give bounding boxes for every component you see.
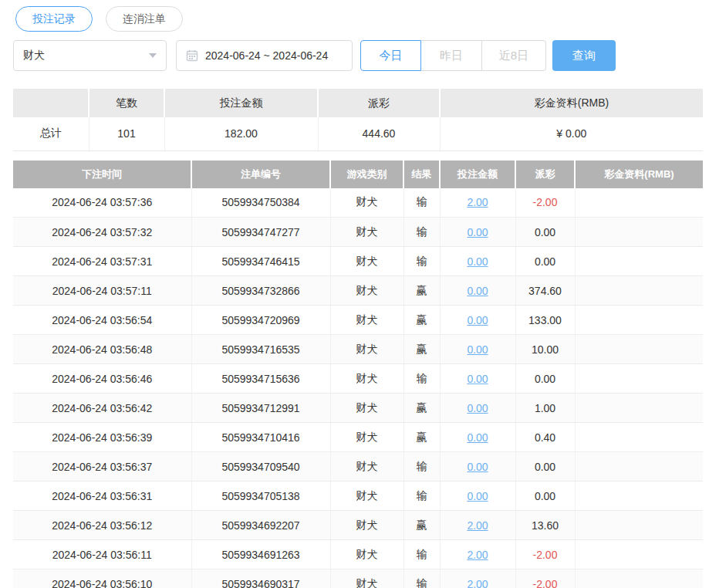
today-button[interactable]: 今日 <box>360 40 421 71</box>
payout-cell: -2.00 <box>515 540 575 569</box>
bet-amount-link[interactable]: 0.00 <box>467 431 488 444</box>
bet-amount-link[interactable]: 0.00 <box>467 461 488 473</box>
last-8-days-button[interactable]: 近8日 <box>482 40 546 71</box>
bet-amount-link[interactable]: 2.00 <box>467 519 488 532</box>
order-number-cell: 5059934720969 <box>191 306 330 335</box>
bet-amount-cell: 0.00 <box>440 364 515 394</box>
order-number-cell: 5059934747277 <box>191 218 330 247</box>
result-cell: 输 <box>403 540 440 569</box>
game-type-cell: 财犬 <box>330 569 403 588</box>
bet-time-cell: 2024-06-24 03:56:48 <box>13 335 191 364</box>
table-row: 2024-06-24 03:56:42 5059934712991 财犬 赢 0… <box>13 394 703 423</box>
chevron-down-icon <box>149 53 157 58</box>
tab-cancelled-orders-label: 连消注单 <box>123 12 166 26</box>
game-type-cell: 财犬 <box>330 335 403 364</box>
tab-cancelled-orders[interactable]: 连消注单 <box>106 6 183 32</box>
game-select-value: 财犬 <box>23 49 45 63</box>
table-row: 2024-06-24 03:56:39 5059934710416 财犬 赢 0… <box>13 423 703 452</box>
header-order-number: 注单编号 <box>191 161 330 188</box>
game-type-cell: 财犬 <box>330 306 403 335</box>
summary-total-row: 总计 101 182.00 444.60 ¥ 0.00 <box>13 117 703 150</box>
order-number-cell: 5059934709540 <box>191 452 330 482</box>
date-range-picker[interactable]: 2024-06-24 ~ 2024-06-24 <box>176 40 353 71</box>
query-button[interactable]: 查询 <box>552 40 616 71</box>
game-type-cell: 财犬 <box>330 188 403 218</box>
payout-cell: 1.00 <box>515 394 575 423</box>
game-type-cell: 财犬 <box>330 218 403 247</box>
payout-cell: -2.00 <box>515 188 575 218</box>
yesterday-button[interactable]: 昨日 <box>421 40 482 71</box>
result-cell: 输 <box>403 188 440 218</box>
bet-time-cell: 2024-06-24 03:56:42 <box>13 394 191 423</box>
bet-amount-link[interactable]: 2.00 <box>467 578 488 588</box>
bet-amount-cell: 2.00 <box>440 188 515 218</box>
summary-header-payout: 派彩 <box>318 89 440 117</box>
bet-amount-cell: 0.00 <box>440 276 515 306</box>
bet-time-cell: 2024-06-24 03:56:46 <box>13 364 191 394</box>
result-cell: 输 <box>403 482 440 511</box>
payout-cell: -2.00 <box>515 569 575 588</box>
result-cell: 输 <box>403 569 440 588</box>
table-row: 2024-06-24 03:56:12 5059934692207 财犬 赢 2… <box>13 511 703 540</box>
header-game-type: 游戏类别 <box>330 161 403 188</box>
bet-amount-link[interactable]: 0.00 <box>467 314 488 326</box>
order-number-cell: 5059934691263 <box>191 540 330 569</box>
bet-amount-link[interactable]: 0.00 <box>467 226 488 238</box>
bet-time-cell: 2024-06-24 03:56:11 <box>13 540 191 569</box>
bet-time-cell: 2024-06-24 03:56:10 <box>13 569 191 588</box>
bet-amount-link[interactable]: 2.00 <box>467 196 488 208</box>
table-row: 2024-06-24 03:56:31 5059934705138 财犬 输 0… <box>13 482 703 511</box>
bet-amount-link[interactable]: 0.00 <box>467 490 488 502</box>
result-cell: 赢 <box>403 306 440 335</box>
game-type-cell: 财犬 <box>330 511 403 540</box>
bet-amount-link[interactable]: 0.00 <box>467 343 488 356</box>
bonus-cell <box>575 511 703 540</box>
summary-header-blank <box>13 89 89 117</box>
header-bet-amount: 投注金额 <box>440 161 515 188</box>
bonus-cell <box>575 452 703 482</box>
table-row: 2024-06-24 03:56:37 5059934709540 财犬 输 0… <box>13 452 703 482</box>
bonus-cell <box>575 364 703 394</box>
bet-amount-cell: 0.00 <box>440 218 515 247</box>
table-row: 2024-06-24 03:57:31 5059934746415 财犬 输 0… <box>13 247 703 276</box>
summary-header-bonus: 彩金资料(RMB) <box>440 89 703 117</box>
payout-cell: 133.00 <box>515 306 575 335</box>
bet-amount-cell: 0.00 <box>440 335 515 364</box>
header-result: 结果 <box>403 161 440 188</box>
order-number-cell: 5059934750384 <box>191 188 330 218</box>
bet-amount-cell: 0.00 <box>440 482 515 511</box>
summary-total-bet-amount: 182.00 <box>164 117 318 150</box>
result-cell: 输 <box>403 364 440 394</box>
bet-amount-link[interactable]: 2.00 <box>467 549 488 561</box>
bet-amount-link[interactable]: 0.00 <box>467 255 488 268</box>
bonus-cell <box>575 218 703 247</box>
tab-betting-records[interactable]: 投注记录 <box>15 6 93 32</box>
game-type-cell: 财犬 <box>330 394 403 423</box>
payout-cell: 0.00 <box>515 218 575 247</box>
bonus-cell <box>575 540 703 569</box>
records-table: 下注时间 注单编号 游戏类别 结果 投注金额 派彩 彩金资料(RMB) 2024… <box>13 161 703 588</box>
result-cell: 赢 <box>403 394 440 423</box>
bonus-cell <box>575 335 703 364</box>
bonus-cell <box>575 276 703 306</box>
result-cell: 赢 <box>403 276 440 306</box>
game-type-cell: 财犬 <box>330 482 403 511</box>
order-number-cell: 5059934690317 <box>191 569 330 588</box>
records-header-row: 下注时间 注单编号 游戏类别 结果 投注金额 派彩 彩金资料(RMB) <box>13 161 703 188</box>
bet-amount-link[interactable]: 0.00 <box>467 285 488 297</box>
game-select[interactable]: 财犬 <box>13 40 167 71</box>
bet-amount-link[interactable]: 0.00 <box>467 402 488 414</box>
bet-amount-cell: 2.00 <box>440 511 515 540</box>
table-row: 2024-06-24 03:57:36 5059934750384 财犬 输 2… <box>13 188 703 218</box>
bet-time-cell: 2024-06-24 03:57:32 <box>13 218 191 247</box>
game-type-cell: 财犬 <box>330 364 403 394</box>
summary-header-row: 笔数 投注金额 派彩 彩金资料(RMB) <box>13 89 703 117</box>
result-cell: 输 <box>403 452 440 482</box>
payout-cell: 0.00 <box>515 247 575 276</box>
bet-amount-link[interactable]: 0.00 <box>467 373 488 385</box>
payout-cell: 374.60 <box>515 276 575 306</box>
header-bet-time: 下注时间 <box>13 161 191 188</box>
bet-time-cell: 2024-06-24 03:56:54 <box>13 306 191 335</box>
calendar-icon <box>186 49 198 62</box>
date-range-value: 2024-06-24 ~ 2024-06-24 <box>205 49 328 62</box>
